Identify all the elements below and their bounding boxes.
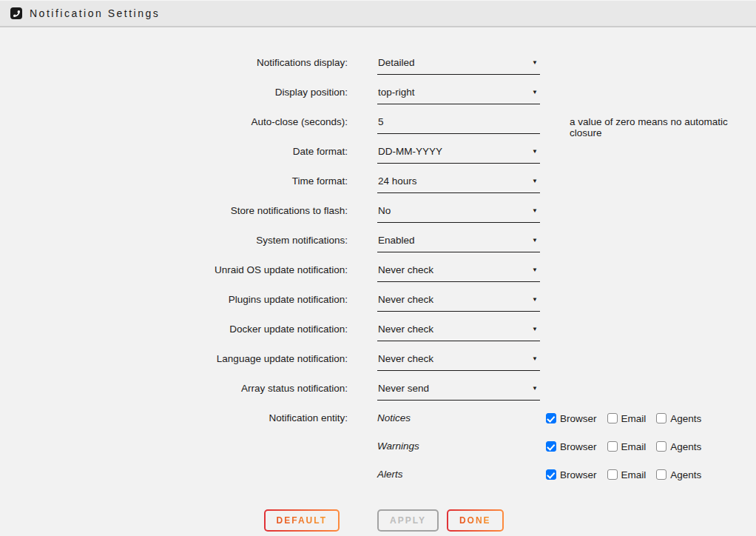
field-label: Store notifications to flash: — [0, 205, 348, 216]
phone-square-icon — [10, 7, 22, 19]
language-update-select[interactable]: Never check ▼ — [377, 353, 540, 371]
entity-row-warnings: Warnings Browser Email Agents — [0, 432, 756, 460]
warnings-agents-checkbox[interactable] — [656, 441, 666, 452]
form-row-time-format: Time format: 24 hours ▼ — [0, 167, 756, 197]
alerts-email-checkbox[interactable] — [607, 469, 618, 480]
time-format-select[interactable]: 24 hours ▼ — [377, 175, 540, 193]
warnings-agents-option[interactable]: Agents — [656, 441, 701, 452]
warnings-browser-option[interactable]: Browser — [546, 441, 597, 452]
field-label: Unraid OS update notification: — [0, 264, 348, 275]
system-notifications-select[interactable]: Enabled ▼ — [377, 235, 540, 252]
form-row-notifications-display: Notifications display: Detailed ▼ — [0, 49, 756, 78]
form-row-display-position: Display position: top-right ▼ — [0, 78, 756, 108]
selected-value: Never check — [378, 264, 433, 275]
form-row-plugins-update: Plugins update notification: Never check… — [0, 286, 756, 315]
selected-value: Never check — [378, 294, 433, 305]
display-position-select[interactable]: top-right ▼ — [377, 87, 540, 104]
selected-value: No — [378, 205, 391, 216]
date-format-select[interactable]: DD-MM-YYYY ▼ — [377, 146, 540, 164]
form-actions: DEFAULT APPLY DONE — [0, 501, 756, 532]
form-row-system-notifications: System notifications: Enabled ▼ — [0, 227, 756, 256]
store-notifications-select[interactable]: No ▼ — [377, 205, 540, 223]
entity-name-alerts: Alerts — [377, 469, 540, 480]
warnings-checkbox-group: Browser Email Agents — [546, 441, 756, 452]
notices-email-checkbox[interactable] — [607, 413, 618, 423]
notices-agents-checkbox[interactable] — [656, 413, 666, 423]
field-label: Time format: — [0, 175, 348, 187]
auto-close-hint: a value of zero means no automatic closu… — [570, 116, 756, 138]
form-row-array-status: Array status notification: Never send ▼ — [0, 375, 756, 404]
alerts-browser-option[interactable]: Browser — [546, 469, 597, 480]
notifications-display-select[interactable]: Detailed ▼ — [377, 57, 540, 75]
alerts-browser-checkbox[interactable] — [546, 469, 556, 480]
plugins-update-select[interactable]: Never check ▼ — [377, 294, 540, 312]
os-update-select[interactable]: Never check ▼ — [377, 264, 540, 282]
notices-browser-option[interactable]: Browser — [546, 413, 597, 424]
checkbox-label: Browser — [560, 469, 597, 480]
field-label: Auto-close (seconds): — [0, 116, 348, 127]
selected-value: top-right — [378, 87, 415, 98]
selected-value: 24 hours — [378, 175, 417, 187]
form-row-date-format: Date format: DD-MM-YYYY ▼ — [0, 138, 756, 167]
entity-row-alerts: Alerts Browser Email Agents — [0, 460, 756, 489]
chevron-down-icon: ▼ — [532, 296, 538, 303]
form-row-docker-update: Docker update notification: Never check … — [0, 315, 756, 345]
notification-settings-form: Notifications display: Detailed ▼ Displa… — [0, 49, 756, 532]
form-row-auto-close: Auto-close (seconds): a value of zero me… — [0, 108, 756, 138]
notices-agents-option[interactable]: Agents — [656, 413, 701, 424]
field-label: Date format: — [0, 146, 348, 157]
done-button[interactable]: DONE — [447, 509, 504, 532]
checkbox-label: Agents — [670, 469, 701, 480]
default-button[interactable]: DEFAULT — [264, 509, 340, 532]
entity-name-warnings: Warnings — [377, 440, 540, 452]
selected-value: Detailed — [378, 57, 415, 68]
chevron-down-icon: ▼ — [532, 89, 538, 96]
checkbox-label: Agents — [670, 413, 701, 424]
entity-name-notices: Notices — [377, 412, 540, 423]
warnings-email-option[interactable]: Email — [607, 441, 647, 452]
field-label: Plugins update notification: — [0, 294, 348, 305]
chevron-down-icon: ▼ — [532, 59, 538, 66]
auto-close-input[interactable] — [377, 116, 540, 134]
alerts-agents-checkbox[interactable] — [656, 469, 666, 480]
apply-button[interactable]: APPLY — [377, 509, 439, 532]
alerts-email-option[interactable]: Email — [607, 469, 647, 480]
selected-value: Never check — [378, 353, 433, 364]
array-status-select[interactable]: Never send ▼ — [377, 383, 540, 401]
selected-value: Enabled — [378, 235, 415, 246]
checkbox-label: Agents — [670, 441, 701, 452]
chevron-down-icon: ▼ — [532, 148, 538, 155]
chevron-down-icon: ▼ — [532, 237, 538, 244]
docker-update-select[interactable]: Never check ▼ — [377, 324, 540, 341]
checkbox-label: Email — [621, 441, 647, 452]
field-label: Docker update notification: — [0, 324, 348, 335]
page-title: Notification Settings — [30, 7, 160, 19]
chevron-down-icon: ▼ — [532, 207, 538, 214]
chevron-down-icon: ▼ — [532, 267, 538, 273]
selected-value: Never send — [378, 383, 429, 394]
form-row-store-to-flash: Store notifications to flash: No ▼ — [0, 197, 756, 227]
notices-checkbox-group: Browser Email Agents — [546, 413, 756, 424]
checkbox-label: Email — [621, 413, 647, 424]
warnings-browser-checkbox[interactable] — [546, 441, 556, 452]
field-label: System notifications: — [0, 235, 348, 246]
field-label: Notification entity: — [0, 412, 348, 423]
alerts-checkbox-group: Browser Email Agents — [546, 469, 756, 480]
field-label: Notifications display: — [0, 57, 348, 68]
selected-value: DD-MM-YYYY — [378, 146, 442, 157]
entity-row-notices: Notification entity: Notices Browser Ema… — [0, 404, 756, 432]
chevron-down-icon: ▼ — [532, 178, 538, 184]
notices-email-option[interactable]: Email — [607, 413, 647, 424]
warnings-email-checkbox[interactable] — [607, 441, 618, 452]
field-label: Array status notification: — [0, 383, 348, 394]
chevron-down-icon: ▼ — [532, 355, 538, 362]
chevron-down-icon: ▼ — [532, 326, 538, 332]
page-titlebar: Notification Settings — [0, 0, 756, 27]
checkbox-label: Browser — [560, 413, 597, 424]
field-label: Language update notification: — [0, 353, 348, 364]
notices-browser-checkbox[interactable] — [546, 413, 556, 423]
chevron-down-icon: ▼ — [532, 385, 538, 392]
form-row-os-update: Unraid OS update notification: Never che… — [0, 256, 756, 286]
selected-value: Never check — [378, 324, 433, 335]
alerts-agents-option[interactable]: Agents — [656, 469, 701, 480]
